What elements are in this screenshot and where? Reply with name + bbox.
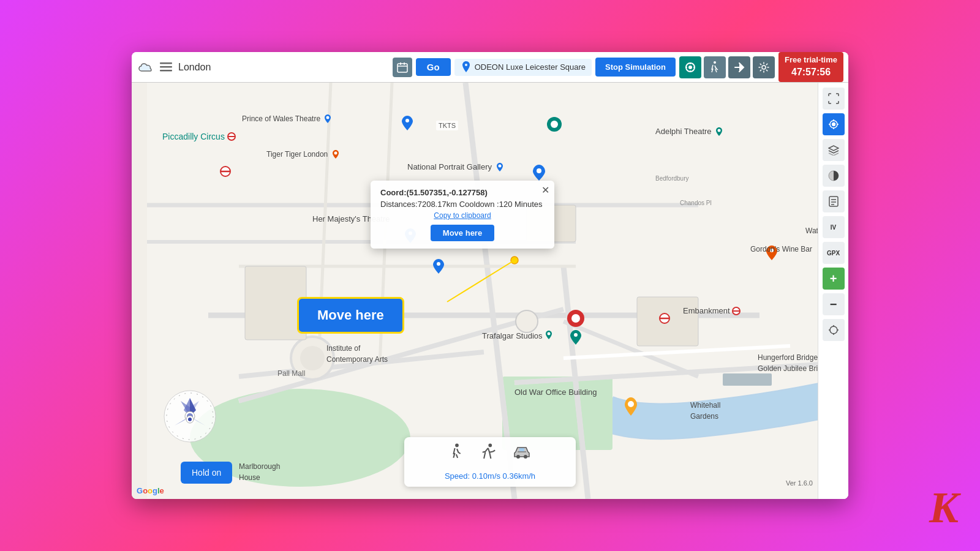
list-icon[interactable] [157,59,175,76]
svg-rect-24 [723,373,772,386]
pall-mall-label: Pall Mall [277,369,305,378]
cooldown-value: 120 Minutes [499,200,543,209]
svg-rect-2 [160,70,172,72]
whitehall-label: WhitehallGardens [690,400,720,422]
fullscreen-button[interactable] [823,88,845,110]
stop-simulation-button[interactable]: Stop Simulation [595,58,676,77]
svg-point-19 [300,346,325,370]
run-speed-icon[interactable] [480,443,497,468]
svg-point-40 [511,257,518,264]
embankment-label: Embankment [683,306,741,315]
svg-point-30 [551,121,558,128]
svg-point-55 [455,444,459,448]
svg-point-56 [488,444,492,448]
prince-wales-label: Prince of Wales Theatre [242,114,332,124]
app-window: London Go ODEON Luxe Leicester Square St… [132,52,848,499]
coord-label: Coord: [380,188,407,197]
settings-icon-btn[interactable] [753,56,775,78]
popup-dist-line: Distances:7208.17km Cooldown :120 Minute… [380,200,545,209]
compass-rose [162,389,217,444]
zoom-out-button[interactable]: − [823,293,845,315]
svg-point-36 [628,401,634,407]
location-button[interactable] [823,319,845,341]
hold-on-button[interactable]: Hold on [181,462,232,484]
cooldown-label: Cooldown : [459,200,499,209]
svg-point-57 [516,455,520,459]
svg-text:Bedfordbury: Bedfordbury [655,175,688,182]
coord-value: (51.507351,-0.127758) [407,188,488,197]
target-icon-btn[interactable] [679,56,701,78]
svg-point-44 [326,116,330,119]
svg-point-46 [498,164,501,167]
gordons-label: Gordon's Wine Bar [750,245,812,253]
speed-text: Speed: 0.10m/s 0.36km/h [445,471,535,481]
copy-clipboard-link[interactable]: Copy to clipboard [380,211,545,220]
svg-rect-0 [160,62,172,64]
svg-point-35 [574,333,578,337]
svg-rect-6 [404,62,405,65]
zoom-in-button[interactable]: + [823,268,845,290]
svg-point-34 [437,262,440,266]
popup-coord-line: Coord:(51.507351,-0.127758) [380,188,545,197]
svg-point-13 [714,61,716,64]
k-logo: K [929,485,959,530]
svg-point-45 [334,152,337,155]
top-bar: London Go ODEON Luxe Leicester Square St… [132,52,848,83]
map-area[interactable]: Bedfordbury Chandos Pl Piccadilly Circus… [132,83,848,499]
map-svg: Bedfordbury Chandos Pl [132,83,848,499]
top-right-buttons [679,56,775,78]
notes-button[interactable] [823,190,845,212]
walk-icon-btn[interactable] [704,56,726,78]
google-logo: Google [137,486,164,495]
svg-rect-3 [398,64,407,72]
svg-text:Chandos Pl: Chandos Pl [680,200,712,206]
go-button[interactable]: Go [416,58,451,76]
svg-point-58 [524,455,527,459]
speed-bar: Speed: 0.10m/s 0.36km/h [404,437,576,487]
iv-button[interactable]: IV [823,216,845,238]
contrast-button[interactable] [823,165,845,187]
svg-point-54 [188,418,192,421]
svg-point-31 [537,168,541,173]
arrow-icon-btn[interactable] [728,56,750,78]
svg-point-48 [547,332,550,335]
version-text: Ver 1.6.0 [786,479,813,487]
popup-move-here-button[interactable]: Move here [431,225,494,241]
marlborough-label: MarlboroughHouse [239,461,280,483]
svg-point-47 [718,129,721,132]
nat-portrait-label: National Portrait Gallery [407,162,504,173]
trial-title: Free trial-time [785,54,837,66]
adelphi-label: Adelphi Theatre [655,127,723,137]
distances-value: 7208.17km [418,200,457,209]
calendar-icon[interactable] [393,58,412,77]
svg-point-39 [571,314,580,323]
speed-icons [448,443,532,468]
tiger-tiger-label: Tiger Tiger London [266,150,340,160]
ica-label: Institute ofContemporary Arts [326,343,388,365]
gps-button[interactable] [823,113,845,135]
drive-speed-icon[interactable] [512,443,532,468]
trafalgar-studios-label: Trafalgar Studios [482,331,553,340]
popup-close-button[interactable]: ✕ [541,184,549,196]
svg-point-71 [830,326,837,334]
tkts-label: TKTS [436,121,458,130]
svg-rect-59 [519,448,524,451]
svg-point-14 [762,66,766,69]
piccadilly-label: Piccadilly Circus [162,132,236,141]
layers-button[interactable] [823,139,845,161]
gpx-button[interactable]: GPX [823,242,845,264]
location-text: London [178,62,211,73]
svg-rect-5 [400,62,401,65]
move-here-big-button[interactable]: Move here [297,297,404,334]
right-sidebar: IV GPX + − [818,83,848,499]
svg-rect-1 [160,66,172,68]
old-war-label: Old War Office Building [514,388,597,397]
svg-point-65 [832,123,835,126]
svg-point-32 [405,119,409,122]
distances-label: Distances: [380,200,418,209]
cloud-icon[interactable] [137,59,154,76]
svg-point-23 [516,310,538,332]
trial-badge: Free trial-time 47:57:56 [778,52,843,82]
trial-time: 47:57:56 [785,66,837,79]
walk-speed-icon[interactable] [448,443,466,468]
